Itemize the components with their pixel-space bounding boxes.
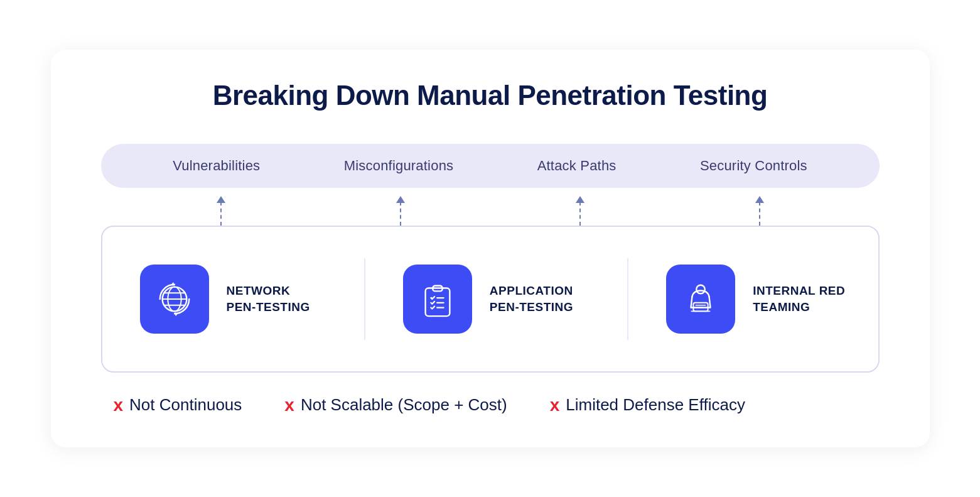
internal-icon-box <box>666 265 735 334</box>
pill-misconfigurations: Misconfigurations <box>344 158 454 174</box>
application-icon-box <box>403 265 472 334</box>
arrow-attack-paths <box>576 188 584 226</box>
arrows-row <box>101 188 880 226</box>
internal-icon <box>681 280 720 319</box>
con-not-scalable: x Not Scalable (Scope + Cost) <box>284 395 507 415</box>
internal-pentest-label: INTERNAL RED TEAMING <box>753 283 845 315</box>
con-x-3: x <box>550 396 560 414</box>
network-icon <box>155 280 194 319</box>
con-limited-defense: x Limited Defense Efficacy <box>550 395 745 415</box>
con-text-not-scalable: Not Scalable (Scope + Cost) <box>301 395 507 415</box>
pentest-box: NETWORK PEN-TESTING <box>101 226 880 373</box>
svg-point-13 <box>696 285 705 294</box>
pentest-item-application: APPLICATION PEN-TESTING <box>403 265 590 334</box>
pentest-item-network: NETWORK PEN-TESTING <box>140 265 326 334</box>
arrow-misconfigurations <box>396 188 405 226</box>
con-x-1: x <box>114 396 124 414</box>
cons-row: x Not Continuous x Not Scalable (Scope +… <box>101 395 880 415</box>
con-text-not-continuous: Not Continuous <box>129 395 242 415</box>
arrow-security-controls <box>755 188 764 226</box>
pill-security-controls: Security Controls <box>700 158 807 174</box>
con-text-limited-defense: Limited Defense Efficacy <box>566 395 745 415</box>
main-card: Breaking Down Manual Penetration Testing… <box>51 50 930 447</box>
con-x-2: x <box>284 396 294 414</box>
pill-bar: Vulnerabilities Misconfigurations Attack… <box>101 144 880 188</box>
pentest-item-internal: INTERNAL RED TEAMING <box>666 265 853 334</box>
network-icon-box <box>140 265 209 334</box>
pill-attack-paths: Attack Paths <box>537 158 617 174</box>
pill-vulnerabilities: Vulnerabilities <box>173 158 260 174</box>
application-icon <box>418 280 457 319</box>
page-title: Breaking Down Manual Penetration Testing <box>101 80 880 111</box>
application-pentest-label: APPLICATION PEN-TESTING <box>490 283 573 315</box>
arrow-vulnerabilities <box>217 188 225 226</box>
network-pentest-label: NETWORK PEN-TESTING <box>227 283 310 315</box>
con-not-continuous: x Not Continuous <box>114 395 242 415</box>
separator-2 <box>627 258 628 340</box>
separator-1 <box>364 258 365 340</box>
